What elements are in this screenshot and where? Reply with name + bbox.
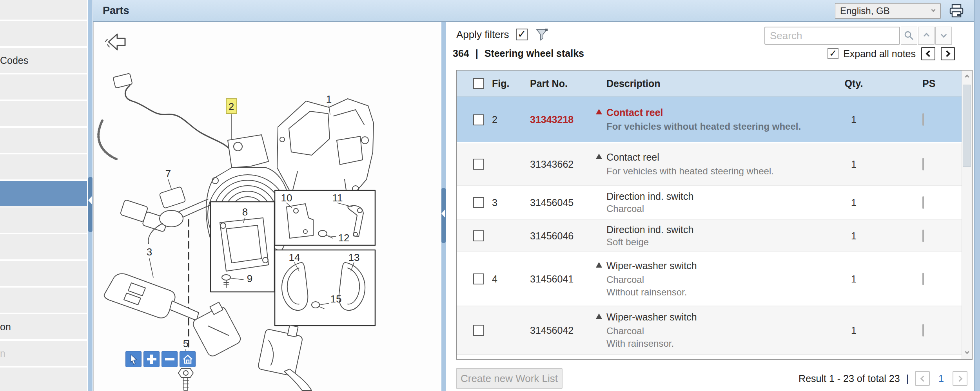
note-collapse-icon[interactable]: [596, 262, 602, 268]
callout-13[interactable]: 13: [348, 252, 360, 263]
next-page-button[interactable]: [953, 371, 967, 386]
row-checkbox[interactable]: [473, 114, 484, 125]
note-collapse-icon[interactable]: [596, 313, 602, 319]
callout-1[interactable]: 1: [326, 93, 332, 105]
ps-note-icon[interactable]: [922, 324, 924, 337]
language-select[interactable]: English, GB: [835, 3, 941, 19]
note-collapse-icon[interactable]: [596, 154, 602, 159]
left-splitter[interactable]: [87, 0, 93, 391]
table-row[interactable]: 31456042 Wiper-washer switch Charcoal Wi…: [457, 306, 972, 355]
ps-note-icon[interactable]: [922, 196, 924, 209]
part-no-link[interactable]: 31456041: [512, 273, 592, 285]
diagram-harness-cable: [113, 73, 232, 151]
zoom-in-button[interactable]: [143, 351, 160, 367]
search-button[interactable]: [901, 27, 917, 45]
column-header-ps[interactable]: PS: [879, 78, 962, 89]
chevron-up-icon: [965, 74, 969, 79]
callout-2-highlighted[interactable]: 2: [229, 101, 234, 112]
note-collapse-icon[interactable]: [596, 109, 602, 114]
part-no-link[interactable]: 31343662: [512, 159, 592, 170]
right-splitter[interactable]: [440, 22, 446, 391]
table-scrollbar[interactable]: [962, 71, 972, 359]
previous-page-button[interactable]: [915, 371, 930, 386]
right-splitter-grip[interactable]: [441, 188, 446, 243]
part-no-link[interactable]: 31456045: [512, 197, 592, 208]
callout-9[interactable]: 9: [247, 273, 252, 284]
part-no-link[interactable]: 31456046: [512, 230, 592, 242]
zoom-out-button[interactable]: [162, 351, 178, 367]
table-row[interactable]: 3 31456045 Direction ind. switch Charcoa…: [457, 186, 972, 220]
pagination: Result 1 - 23 of total 23 | 1: [799, 371, 967, 386]
ps-note-icon[interactable]: [922, 113, 924, 126]
sidebar-item-selected[interactable]: [0, 181, 87, 208]
table-row[interactable]: 4 31456041 Wiper-washer switch Charcoal …: [457, 252, 972, 306]
callout-15[interactable]: 15: [330, 293, 342, 305]
sidebar-item[interactable]: [0, 261, 87, 288]
next-group-button[interactable]: [941, 47, 955, 60]
callout-5[interactable]: 5: [183, 338, 189, 349]
row-checkbox[interactable]: [473, 325, 484, 336]
callout-10[interactable]: 10: [281, 192, 292, 204]
scroll-down-button[interactable]: [962, 346, 972, 359]
sidebar-item[interactable]: [0, 288, 87, 314]
callout-3[interactable]: 3: [147, 246, 152, 258]
search-prev-button[interactable]: [918, 27, 935, 45]
sidebar-item-label: on: [0, 314, 11, 339]
column-header-description[interactable]: Description: [592, 78, 828, 89]
column-header-fig[interactable]: Fig.: [484, 78, 512, 89]
callout-14[interactable]: 14: [289, 252, 300, 263]
create-work-list-button[interactable]: Create new Work List: [456, 368, 563, 389]
column-header-qty[interactable]: Qty.: [828, 78, 879, 89]
sidebar-item[interactable]: [0, 128, 87, 154]
zoom-reset-button[interactable]: [180, 351, 196, 367]
apply-filters-label: Apply filters: [456, 29, 509, 41]
ps-note-icon[interactable]: [922, 158, 924, 170]
select-cursor-button[interactable]: [125, 351, 142, 367]
table-row[interactable]: 31456046 Direction ind. switch Soft beig…: [457, 220, 972, 252]
back-arrow-icon[interactable]: [105, 34, 125, 50]
separator: |: [906, 373, 909, 384]
row-checkbox[interactable]: [473, 197, 484, 208]
sidebar-item[interactable]: [0, 74, 87, 101]
row-checkbox[interactable]: [473, 230, 484, 241]
row-checkbox[interactable]: [473, 273, 484, 284]
left-splitter-grip[interactable]: [88, 177, 93, 232]
current-page[interactable]: 1: [936, 373, 946, 384]
sidebar-item[interactable]: [0, 367, 87, 391]
search-input[interactable]: [764, 27, 900, 45]
sidebar-item-codes[interactable]: Codes: [0, 48, 87, 74]
sidebar-item[interactable]: [0, 234, 87, 261]
ps-note-icon[interactable]: [922, 230, 924, 242]
apply-filters-checkbox[interactable]: ✓: [516, 29, 528, 40]
row-checkbox[interactable]: [473, 159, 484, 170]
sidebar-item-on[interactable]: on: [0, 314, 87, 341]
callout-8[interactable]: 8: [242, 206, 248, 218]
print-button[interactable]: [948, 3, 965, 19]
search-next-button[interactable]: [935, 27, 952, 45]
sidebar-item-disabled[interactable]: n: [0, 341, 87, 367]
part-no-link[interactable]: 31343218: [512, 114, 592, 125]
sidebar-item[interactable]: [0, 101, 87, 128]
previous-group-button[interactable]: [921, 47, 935, 60]
scroll-up-button[interactable]: [962, 71, 972, 83]
sidebar-item[interactable]: [0, 154, 87, 181]
filter-funnel-icon[interactable]: [535, 27, 549, 42]
qty-cell: 1: [828, 159, 879, 170]
callout-7[interactable]: 7: [165, 168, 171, 179]
scrollbar-thumb[interactable]: [963, 85, 971, 167]
select-all-checkbox[interactable]: [473, 78, 484, 89]
group-code: 364: [453, 48, 469, 59]
collapse-left-icon: [88, 196, 92, 205]
table-row[interactable]: 2 31343218 Contact reel For vehicles wit…: [457, 97, 972, 143]
ps-note-icon[interactable]: [922, 273, 924, 285]
sidebar-item[interactable]: [0, 0, 87, 21]
table-row[interactable]: 31343662 Contact reel For vehicles with …: [457, 143, 972, 186]
expand-all-notes-checkbox[interactable]: ✓: [828, 48, 838, 59]
sidebar-item[interactable]: [0, 208, 87, 234]
diagram-part-wiper-stalk: [258, 325, 312, 391]
column-header-part-no[interactable]: Part No.: [512, 78, 592, 89]
callout-11[interactable]: 11: [332, 192, 343, 204]
part-no-link[interactable]: 31456042: [512, 325, 592, 336]
callout-12[interactable]: 12: [338, 232, 350, 244]
sidebar-item[interactable]: [0, 21, 87, 48]
